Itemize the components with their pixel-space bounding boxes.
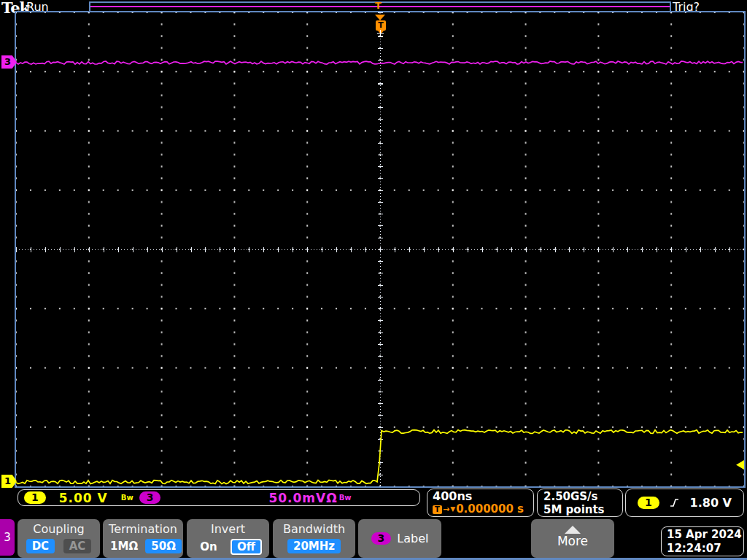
termination-50ohm-button[interactable]: 50Ω [145,539,182,553]
more-panel[interactable]: More [531,519,614,558]
channel1-badge: 1 [24,491,46,504]
time-readout: 12:24:07 [667,542,738,556]
datetime-box: 15 Apr 2024 12:24:07 [661,526,744,556]
invert-off-button[interactable]: Off [231,539,262,555]
record-view: T [89,1,671,11]
channel1-scale-readout: 5.00 V [59,491,108,505]
graticule: T [15,11,746,488]
delay-readout-row: T → ▼ 0.000000 s [433,503,528,516]
invert-on-button[interactable]: On [194,540,222,554]
trigger-t-icon: T [433,505,442,514]
oscilloscope-screen: Tek Run Trig? T T 3 1 1 5.00 V Bw 3 50.0… [0,0,747,560]
channel3-bandwidth-limit-icon: Bw [339,494,352,502]
channel3-scale-readout: 50.0mVΩ [268,491,337,505]
date-readout: 15 Apr 2024 [667,528,738,542]
horizontal-readout-box: 400ns T → ▼ 0.000000 s [427,489,534,517]
trigger-level-readout: 1.80 V [690,496,732,510]
graticule-grid: T [16,12,744,486]
record-trigger-position-icon[interactable]: T [375,1,382,10]
label-channel3-badge: 3 [371,532,392,545]
rising-edge-slope-icon [669,497,680,508]
trigger-flag-icon[interactable]: T [376,20,386,31]
timebase-readout: 400ns [433,490,528,503]
trigger-source-badge: 1 [638,497,659,509]
arrow-right-icon: → [443,503,449,516]
termination-1mohm-button[interactable]: 1MΩ [104,539,144,553]
bandwidth-panel: Bandwidth 20MHz [273,519,355,558]
acquisition-readout-box: 2.50GS/s 5M points [537,489,623,517]
sample-rate-readout: 2.50GS/s [543,490,616,503]
invert-title: Invert [187,522,269,536]
more-title: More [531,534,614,548]
trace-layer [16,12,744,486]
record-length-readout: 5M points [543,503,616,516]
termination-title: Termination [103,522,183,536]
label-panel[interactable]: 3 Label [358,519,441,558]
expansion-point-icon [377,30,384,36]
delay-value: 0.000000 s [456,503,524,516]
coupling-panel: Coupling DC AC [18,519,100,558]
termination-panel: Termination 1MΩ 50Ω [103,519,183,558]
delay-marker-icon: ▼ [450,503,455,516]
channel3-menu-tab[interactable]: 3 [0,519,15,556]
more-up-triangle-icon [565,526,581,534]
coupling-title: Coupling [18,522,100,536]
channel1-bandwidth-limit-icon: Bw [121,494,133,502]
coupling-ac-button[interactable]: AC [63,539,92,553]
coupling-dc-button[interactable]: DC [26,539,55,553]
channel-readout-box: 1 5.00 V Bw 3 50.0mVΩ Bw [18,489,420,506]
trigger-position-arrow-icon[interactable] [375,15,385,20]
invert-panel: Invert On Off [187,519,269,558]
bandwidth-20mhz-button[interactable]: 20MHz [287,539,341,553]
label-title: Label [397,532,428,545]
trigger-readout-box: 1 1.80 V [625,489,744,517]
bandwidth-title: Bandwidth [273,522,355,536]
channel3-badge: 3 [139,491,161,504]
